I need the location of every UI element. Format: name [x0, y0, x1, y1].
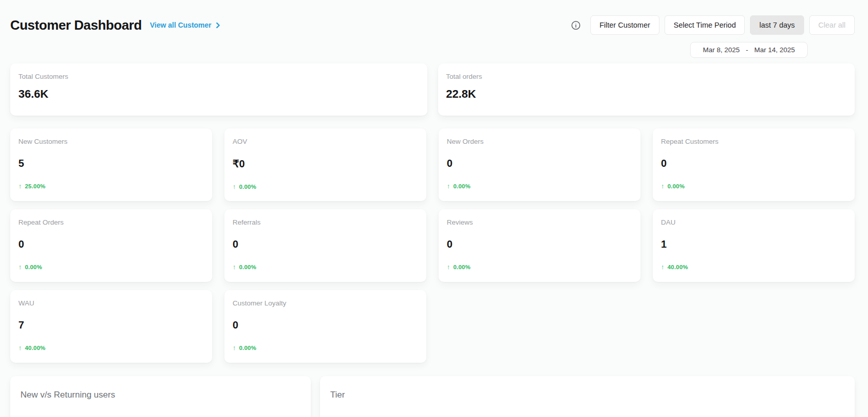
metric-card-value: 5 — [18, 158, 204, 169]
clear-all-button[interactable]: Clear all — [809, 15, 855, 35]
chart-card-tier: Tier — [320, 376, 855, 417]
summary-card-label: Total orders — [446, 73, 847, 80]
metric-card-repeat-orders: Repeat Orders 0 ↑ 0.00% — [10, 209, 212, 282]
select-time-period-button[interactable]: Select Time Period — [665, 15, 745, 35]
topbar-left: Customer Dashboard View all Customer — [10, 17, 221, 33]
metric-card-value: 0 — [233, 238, 418, 250]
metric-card-label: Repeat Customers — [661, 138, 847, 145]
metric-card-value: 0 — [447, 238, 632, 250]
metric-card-value: 0 — [661, 158, 847, 169]
date-range-separator: - — [746, 46, 748, 54]
customer-dashboard-page: Customer Dashboard View all Customer Fil… — [0, 0, 868, 417]
filter-customer-button[interactable]: Filter Customer — [590, 15, 659, 35]
metric-change: ↑ 0.00% — [447, 264, 632, 270]
metric-change-value: 40.00% — [25, 345, 45, 351]
topbar: Customer Dashboard View all Customer Fil… — [10, 0, 855, 35]
metric-change-value: 0.00% — [25, 264, 42, 270]
metric-card-dau: DAU 1 ↑ 40.00% — [653, 209, 855, 282]
metric-card-label: Customer Loyalty — [233, 299, 418, 307]
metric-change: ↑ 0.00% — [447, 183, 632, 189]
metric-card-value: 7 — [18, 319, 204, 331]
metric-card-value: 0 — [447, 158, 632, 169]
metric-card-label: WAU — [18, 299, 204, 307]
chart-card-new-vs-returning-users: New v/s Returning users — [10, 376, 311, 417]
metric-change: ↑ 0.00% — [18, 264, 204, 270]
metric-card-referrals: Referrals 0 ↑ 0.00% — [224, 209, 426, 282]
metric-change-value: 0.00% — [239, 345, 257, 351]
metric-card-label: DAU — [661, 218, 847, 226]
metric-card-label: Reviews — [447, 218, 632, 226]
chart-title: New v/s Returning users — [20, 390, 301, 400]
metric-change: ↑ 40.00% — [18, 344, 204, 351]
view-all-customer-label: View all Customer — [150, 21, 211, 29]
metric-change: ↑ 0.00% — [661, 183, 847, 189]
metric-change-value: 40.00% — [668, 264, 688, 270]
info-icon[interactable] — [571, 20, 581, 30]
arrow-up-icon: ↑ — [447, 264, 450, 270]
metric-card-new-orders: New Orders 0 ↑ 0.00% — [439, 128, 641, 201]
metric-card-label: New Customers — [18, 138, 204, 145]
last-7-days-button[interactable]: last 7 days — [750, 15, 804, 35]
date-range-display[interactable]: Mar 8, 2025 - Mar 14, 2025 — [690, 42, 808, 58]
metric-card-reviews: Reviews 0 ↑ 0.00% — [439, 209, 641, 282]
summary-cards-row: Total Customers 36.6K Total orders 22.8K — [10, 63, 855, 116]
view-all-customer-link[interactable]: View all Customer — [150, 21, 220, 29]
metric-change: ↑ 0.00% — [233, 344, 418, 351]
metric-card-repeat-customers: Repeat Customers 0 ↑ 0.00% — [653, 128, 855, 201]
arrow-up-icon: ↑ — [447, 183, 450, 189]
metric-change-value: 0.00% — [239, 184, 257, 190]
metric-card-value: 0 — [233, 319, 418, 331]
metric-card-aov: AOV ₹0 ↑ 0.00% — [224, 128, 426, 201]
summary-card-value: 36.6K — [18, 87, 419, 101]
metric-change-value: 0.00% — [453, 264, 471, 270]
metric-card-value: ₹0 — [233, 158, 418, 170]
summary-card-label: Total Customers — [18, 73, 419, 80]
metric-card-wau: WAU 7 ↑ 40.00% — [10, 290, 212, 363]
arrow-up-icon: ↑ — [18, 183, 22, 189]
metric-change-value: 0.00% — [668, 183, 685, 189]
date-range-start: Mar 8, 2025 — [703, 46, 740, 54]
metric-card-value: 1 — [661, 238, 847, 250]
arrow-up-icon: ↑ — [18, 264, 22, 270]
metric-cards-grid: New Customers 5 ↑ 25.00% AOV ₹0 ↑ 0.00% … — [10, 128, 855, 363]
arrow-up-icon: ↑ — [18, 344, 22, 351]
metric-card-label: Repeat Orders — [18, 218, 204, 226]
summary-card-total-customers: Total Customers 36.6K — [10, 63, 427, 116]
topbar-actions: Filter Customer Select Time Period last … — [571, 15, 855, 35]
metric-card-label: New Orders — [447, 138, 632, 145]
charts-row: New v/s Returning users Tier — [10, 376, 855, 417]
metric-card-customer-loyalty: Customer Loyalty 0 ↑ 0.00% — [224, 290, 426, 363]
metric-card-value: 0 — [18, 238, 204, 250]
metric-card-label: Referrals — [233, 218, 418, 226]
chart-title: Tier — [330, 390, 844, 400]
date-range-end: Mar 14, 2025 — [754, 46, 795, 54]
summary-card-total-orders: Total orders 22.8K — [438, 63, 855, 116]
arrow-up-icon: ↑ — [233, 344, 236, 351]
metric-change-value: 25.00% — [25, 183, 45, 189]
metric-change-value: 0.00% — [239, 264, 257, 270]
chevron-right-icon — [215, 23, 221, 28]
arrow-up-icon: ↑ — [661, 183, 665, 189]
metric-change-value: 0.00% — [453, 183, 471, 189]
metric-card-label: AOV — [233, 138, 418, 145]
arrow-up-icon: ↑ — [233, 264, 236, 270]
metric-change: ↑ 0.00% — [233, 264, 418, 270]
metric-card-new-customers: New Customers 5 ↑ 25.00% — [10, 128, 212, 201]
date-row: Mar 8, 2025 - Mar 14, 2025 — [10, 42, 855, 58]
arrow-up-icon: ↑ — [233, 183, 236, 190]
metric-change: ↑ 25.00% — [18, 183, 204, 189]
metric-change: ↑ 0.00% — [233, 183, 418, 190]
arrow-up-icon: ↑ — [661, 264, 665, 270]
metric-change: ↑ 40.00% — [661, 264, 847, 270]
page-title: Customer Dashboard — [10, 17, 142, 33]
summary-card-value: 22.8K — [446, 87, 847, 101]
